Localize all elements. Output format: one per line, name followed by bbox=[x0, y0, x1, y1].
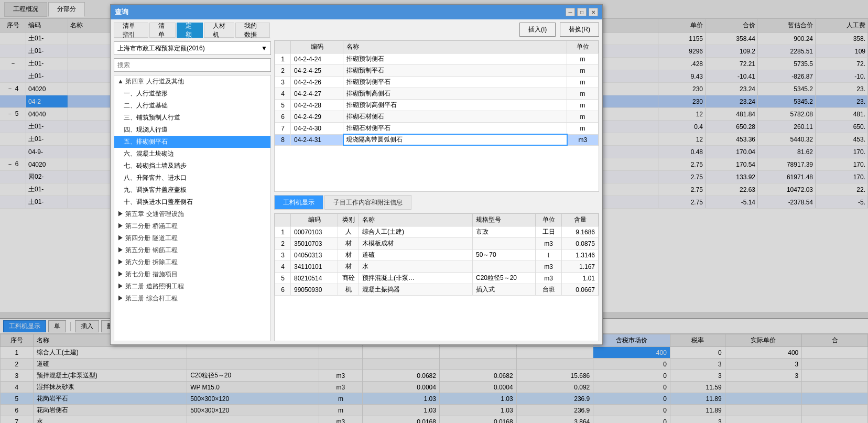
insert-button[interactable]: 插入(I) bbox=[519, 23, 556, 37]
detail-table-container: 编码 类别 名称 规格型号 单位 含量 1 00070103 bbox=[274, 213, 599, 341]
result-table: 编码 名称 单位 1 04-2-4-24 排砌预制侧石 m bbox=[275, 40, 599, 146]
dialog-title: 查询 bbox=[115, 7, 128, 17]
tree-expand-icon: ▶ bbox=[117, 283, 125, 290]
result-row[interactable]: 6 04-2-4-29 排砌石材侧石 m bbox=[275, 111, 599, 123]
tree-item[interactable]: ▶ 第二分册 桥涵工程 bbox=[114, 220, 270, 232]
detail-row[interactable]: 5 80210514 商砼 预拌混凝土(非泵… C20粒径5～20 m3 1.0… bbox=[275, 273, 599, 284]
tree-item[interactable]: ▶ 第二册 道路照明工程 bbox=[114, 280, 270, 292]
tree-expand-icon: ▶ bbox=[117, 234, 125, 242]
result-table-header: 编码 名称 单位 bbox=[275, 41, 599, 53]
tab-rencaiji[interactable]: 人材机 bbox=[204, 23, 234, 38]
search-input[interactable] bbox=[117, 61, 267, 69]
th-qty: 含量 bbox=[562, 214, 599, 226]
detail-table-header: 编码 类别 名称 规格型号 单位 含量 bbox=[275, 214, 599, 226]
tree-item[interactable]: 六、混凝土块砌边 bbox=[114, 148, 270, 160]
dialog-maximize-btn[interactable]: □ bbox=[577, 8, 587, 16]
dialog-overlay: 查询 ─ □ ✕ 清单指引 清单 定额 人材机 我的数据 bbox=[0, 0, 868, 423]
result-table-container: 编码 名称 单位 1 04-2-4-24 排砌预制侧石 m bbox=[274, 40, 599, 192]
result-row[interactable]: 1 04-2-4-24 排砌预制侧石 m bbox=[275, 53, 599, 65]
tree-item[interactable]: 四、现浇人行道 bbox=[114, 124, 270, 136]
tree-panel: ▲ 第四章 人行道及其他 一、人行道整形 二、人行道基础 三、铺筑预制人行道 四… bbox=[114, 75, 271, 341]
th-spec: 规格型号 bbox=[473, 214, 536, 226]
dialog-titlebar: 查询 ─ □ ✕ bbox=[111, 5, 602, 19]
th-unit: 单位 bbox=[536, 214, 562, 226]
tree-item[interactable]: ▶ 第五分册 钢筋工程 bbox=[114, 244, 270, 256]
result-row[interactable]: 3 04-2-4-26 排砌预制侧平石 m bbox=[275, 77, 599, 88]
th-name: 名称 bbox=[359, 214, 473, 226]
tree-item[interactable]: ▶ 第六分册 拆除工程 bbox=[114, 256, 270, 268]
tree-item[interactable]: 二、人行道基础 bbox=[114, 100, 270, 112]
tree-expand-icon: ▶ bbox=[117, 295, 125, 302]
th-num bbox=[275, 214, 291, 226]
th-code: 编码 bbox=[291, 214, 338, 226]
detail-row[interactable]: 4 34110101 材 水 m3 1.167 bbox=[275, 261, 599, 273]
tree-expand-icon: ▶ bbox=[117, 222, 125, 230]
tab-mydata[interactable]: 我的数据 bbox=[235, 23, 270, 38]
tree-item[interactable]: 三、铺筑预制人行道 bbox=[114, 112, 270, 124]
dialog-titlebar-buttons: ─ □ ✕ bbox=[566, 8, 598, 16]
tree-expand-icon: ▶ bbox=[117, 258, 125, 266]
dropdown-arrow-icon: ▼ bbox=[261, 45, 267, 52]
detail-tab-gongliaoiji[interactable]: 工料机显示 bbox=[274, 195, 323, 210]
result-row[interactable]: 5 04-2-4-28 排砌预制高侧平石 m bbox=[275, 100, 599, 111]
detail-tab-zimu[interactable]: 子目工作内容和附注信息 bbox=[324, 195, 411, 210]
tree-item[interactable]: 九、调换窨井盖座盖板 bbox=[114, 184, 270, 196]
th-num bbox=[275, 41, 291, 53]
detail-table: 编码 类别 名称 规格型号 单位 含量 1 00070103 bbox=[275, 213, 599, 296]
dialog-right-panel: 插入(I) 替换(R) 编码 名称 单位 bbox=[274, 23, 599, 341]
tree-expand-icon: ▶ bbox=[117, 210, 125, 218]
th-unit: 单位 bbox=[567, 41, 599, 53]
dialog-close-btn[interactable]: ✕ bbox=[589, 8, 598, 16]
tree-item[interactable]: 七、砖砌挡土墙及踏步 bbox=[114, 160, 270, 172]
query-dialog: 查询 ─ □ ✕ 清单指引 清单 定额 人材机 我的数据 bbox=[110, 4, 603, 345]
result-row[interactable]: 7 04-2-4-30 排砌石材侧平石 m bbox=[275, 123, 599, 135]
result-row-selected[interactable]: 8 04-2-4-31 现浇隔离带圆弧侧石 m3 bbox=[275, 134, 599, 145]
tree-item[interactable]: 十、调换进水口盖座侧石 bbox=[114, 196, 270, 208]
tree-item[interactable]: ▶ 第五章 交通管理设施 bbox=[114, 208, 270, 220]
tree-item-selected[interactable]: 五、排砌侧平石 bbox=[114, 136, 270, 148]
tree-item[interactable]: ▲ 第四章 人行道及其他 bbox=[114, 75, 270, 88]
tree-expand-icon: ▲ bbox=[117, 78, 125, 85]
detail-row[interactable]: 6 99050930 机 混凝土振捣器 插入式 台班 0.0667 bbox=[275, 284, 599, 296]
tree-expand-icon: ▶ bbox=[117, 246, 125, 254]
dialog-body: 清单指引 清单 定额 人材机 我的数据 上海市市政工程预算定额(2016) ▼ bbox=[111, 19, 602, 344]
replace-button[interactable]: 替换(R) bbox=[560, 23, 599, 37]
th-type: 类别 bbox=[338, 214, 359, 226]
tab-qingdan-zhiyin[interactable]: 清单指引 bbox=[114, 23, 148, 38]
detail-row[interactable]: 2 35010703 材 木模板成材 m3 0.0875 bbox=[275, 238, 599, 250]
quota-dropdown[interactable]: 上海市市政工程预算定额(2016) ▼ bbox=[114, 41, 271, 55]
detail-tab-bar: 工料机显示 子目工作内容和附注信息 bbox=[274, 195, 599, 210]
quota-dropdown-value: 上海市市政工程预算定额(2016) bbox=[117, 44, 205, 53]
tree-item[interactable]: 一、人行道整形 bbox=[114, 88, 270, 100]
result-row[interactable]: 2 04-2-4-25 排砌预制平石 m bbox=[275, 65, 599, 77]
dialog-tab-bar: 清单指引 清单 定额 人材机 我的数据 bbox=[114, 23, 271, 38]
tree-expand-icon: ▶ bbox=[117, 270, 125, 278]
dialog-left-panel: 清单指引 清单 定额 人材机 我的数据 上海市市政工程预算定额(2016) ▼ bbox=[114, 23, 271, 341]
th-name: 名称 bbox=[343, 41, 567, 53]
detail-row[interactable]: 3 04050313 材 道碴 50～70 t 1.3146 bbox=[275, 250, 599, 261]
detail-row[interactable]: 1 00070103 人 综合人工(土建) 市政 工日 9.1686 bbox=[275, 226, 599, 238]
tab-qingdan[interactable]: 清单 bbox=[149, 23, 176, 38]
tree-item[interactable]: ▶ 第四分册 隧道工程 bbox=[114, 232, 270, 244]
search-box[interactable] bbox=[114, 58, 271, 72]
th-code: 编码 bbox=[291, 41, 343, 53]
tree-item[interactable]: 八、升降窨井、进水口 bbox=[114, 172, 270, 184]
tree-item[interactable]: ▶ 第七分册 措施项目 bbox=[114, 268, 270, 280]
tree-item[interactable]: ▶ 第三册 综合杆工程 bbox=[114, 292, 270, 305]
dialog-minimize-btn[interactable]: ─ bbox=[566, 8, 575, 16]
result-row[interactable]: 4 04-2-4-27 排砌预制高侧石 m bbox=[275, 88, 599, 100]
tab-dinge[interactable]: 定额 bbox=[177, 23, 203, 38]
dialog-action-buttons: 插入(I) 替换(R) bbox=[274, 23, 599, 37]
